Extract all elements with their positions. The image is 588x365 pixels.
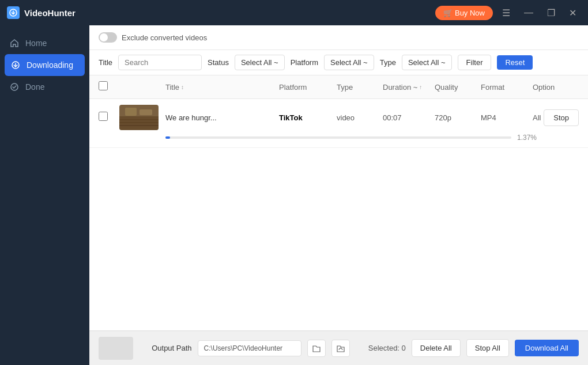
row-progress: 1.37% (99, 134, 579, 142)
title-bar-controls: 🛒 Buy Now ☰ — ❐ ✕ (435, 5, 581, 21)
progress-bar-background (165, 136, 511, 139)
exclude-toggle-label: Exclude converted videos (122, 33, 207, 42)
header-format: Format (481, 83, 533, 92)
duration-value: 00:07 (383, 113, 402, 122)
buy-now-button[interactable]: 🛒 Buy Now (435, 6, 493, 20)
menu-button[interactable]: ☰ (497, 5, 515, 21)
open-folder-button[interactable] (331, 340, 350, 357)
avatar-area (99, 337, 133, 360)
filter-button[interactable]: Filter (458, 55, 492, 70)
stop-button[interactable]: Stop (544, 109, 579, 126)
status-dropdown[interactable]: Select All ~ (235, 55, 285, 70)
sidebar-label-downloading: Downloading (27, 60, 73, 70)
format-value: MP4 (481, 113, 496, 122)
sidebar: Home Downloading Done (0, 25, 89, 365)
stop-all-button[interactable]: Stop All (466, 339, 509, 357)
sidebar-item-downloading[interactable]: Downloading (5, 54, 85, 76)
row-duration-cell: 00:07 (383, 112, 435, 123)
option-value: All (533, 113, 541, 122)
app-title: VideoHunter (24, 8, 76, 18)
title-bar: VideoHunter 🛒 Buy Now ☰ — ❐ ✕ (0, 0, 588, 25)
row-top: We are hungr... TikTok video 00:07 720p (99, 105, 579, 130)
minimize-button[interactable]: — (519, 5, 538, 20)
svg-rect-11 (140, 109, 152, 115)
row-platform-cell: TikTok (279, 112, 337, 123)
title-bar-left: VideoHunter (7, 6, 76, 19)
status-filter-label: Status (208, 58, 229, 67)
sidebar-item-home[interactable]: Home (0, 32, 89, 54)
exclude-toggle[interactable]: Exclude converted videos (99, 32, 207, 43)
reset-button[interactable]: Reset (497, 55, 533, 70)
download-icon (10, 60, 21, 70)
row-format-cell: MP4 (481, 112, 533, 123)
selected-count: Selected: 0 (368, 344, 406, 352)
maximize-button[interactable]: ❐ (542, 5, 560, 21)
output-path-section: Output Path (152, 340, 349, 357)
close-button[interactable]: ✕ (564, 5, 581, 21)
header-title: Title ↕ (165, 83, 279, 92)
progress-bar-fill (165, 136, 170, 139)
output-path-input[interactable] (198, 340, 301, 356)
sidebar-label-home: Home (25, 39, 47, 48)
type-filter-label: Type (380, 58, 396, 67)
quality-value: 720p (435, 113, 451, 122)
type-value: video (337, 113, 355, 122)
bottom-right: Selected: 0 Delete All Stop All Download… (368, 339, 579, 357)
row-option-cell: All Stop (533, 109, 579, 126)
downloads-table: Title ↕ Platform Type Duration ~ ↑ Quali… (89, 75, 588, 330)
content-area: Exclude converted videos Title Status Se… (89, 25, 588, 365)
title-sort-icon[interactable]: ↕ (181, 84, 184, 90)
table-row: We are hungr... TikTok video 00:07 720p (89, 99, 588, 148)
exclude-toggle-switch[interactable] (99, 32, 117, 43)
row-checkbox[interactable] (99, 112, 108, 121)
video-title: We are hungr... (165, 113, 217, 122)
type-dropdown[interactable]: Select All ~ (402, 55, 452, 70)
search-input[interactable] (118, 55, 202, 70)
row-thumbnail-cell (119, 105, 165, 130)
toggle-inner (100, 33, 108, 41)
title-filter-label: Title (99, 58, 112, 67)
progress-percent: 1.37% (517, 134, 537, 142)
check-icon (9, 82, 20, 92)
type-dropdown-value: Select All ~ (408, 58, 446, 67)
filter-bar: Title Status Select All ~ Platform Selec… (89, 50, 588, 75)
header-quality: Quality (435, 83, 481, 92)
sidebar-item-done[interactable]: Done (0, 76, 89, 98)
duration-sort-icon[interactable]: ↑ (419, 84, 422, 90)
header-checkbox-cell (99, 81, 119, 93)
header-duration[interactable]: Duration ~ ↑ (383, 83, 435, 92)
select-all-checkbox[interactable] (99, 81, 108, 90)
header-option: Option (533, 83, 579, 92)
bottom-bar: Output Path Selected: 0 Delete All (89, 330, 588, 365)
top-bar: Exclude converted videos (89, 25, 588, 50)
table-header: Title ↕ Platform Type Duration ~ ↑ Quali… (89, 75, 588, 99)
header-platform: Platform (279, 83, 337, 92)
row-checkbox-cell (99, 112, 119, 123)
sidebar-label-done: Done (25, 82, 44, 92)
row-type-cell: video (337, 112, 383, 123)
row-quality-cell: 720p (435, 112, 481, 123)
platform-value: TikTok (279, 113, 303, 122)
platform-dropdown-value: Select All ~ (330, 58, 368, 67)
delete-all-button[interactable]: Delete All (412, 339, 461, 357)
header-type: Type (337, 83, 383, 92)
svg-rect-6 (119, 116, 159, 130)
home-icon (9, 38, 20, 48)
browse-folder-button[interactable] (307, 340, 326, 357)
main-layout: Home Downloading Done (0, 25, 588, 365)
platform-filter-label: Platform (291, 58, 318, 67)
video-thumbnail (119, 105, 159, 130)
output-path-label: Output Path (152, 344, 191, 352)
platform-dropdown[interactable]: Select All ~ (324, 55, 374, 70)
app-logo (7, 6, 20, 19)
row-title-cell: We are hungr... (165, 112, 279, 123)
status-dropdown-value: Select All ~ (241, 58, 278, 67)
download-all-button[interactable]: Download All (515, 340, 579, 356)
svg-rect-10 (125, 108, 137, 116)
